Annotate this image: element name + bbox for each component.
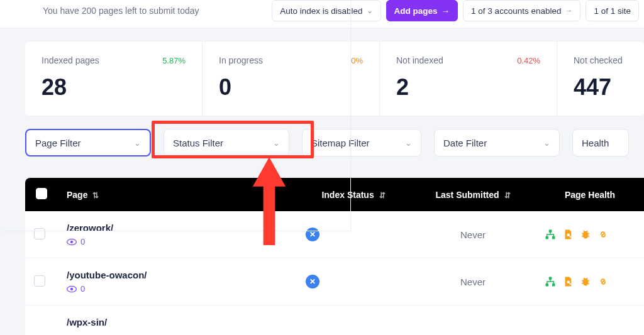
eye-icon (67, 285, 77, 293)
stat-percent: 0% (351, 56, 363, 65)
stat-card-notchecked[interactable]: Not checked 447 (557, 41, 644, 116)
chevron-down-icon: ⌄ (134, 138, 141, 148)
stats-row: Indexed pages 5.87% 28 In progress 0% 0 … (25, 41, 644, 116)
add-pages-button[interactable]: Add pages → (386, 0, 458, 21)
bug-icon[interactable] (580, 276, 591, 287)
col-index[interactable]: Index Status (321, 190, 374, 200)
stat-value: 2 (396, 74, 540, 101)
stat-card-progress[interactable]: In progress 0% 0 (203, 41, 380, 116)
pages-table: Page ⇅ Index Status ⇵ Last Submitted ⇵ P… (25, 178, 644, 335)
sites-button[interactable]: 1 of 1 site (586, 0, 639, 21)
accounts-label: 1 of 3 accounts enabled (471, 6, 561, 16)
health-filter[interactable]: Health (572, 129, 629, 157)
arrow-right-icon: → (565, 6, 572, 15)
svg-point-2 (70, 240, 73, 243)
sort-icon[interactable]: ⇵ (502, 191, 511, 200)
col-page[interactable]: Page (67, 190, 87, 200)
stat-value: 0 (219, 74, 363, 101)
bug-icon[interactable] (580, 229, 591, 240)
sitemap-icon[interactable] (545, 276, 556, 287)
col-health[interactable]: Page Health (565, 190, 615, 200)
row-checkbox[interactable] (34, 228, 45, 239)
page-path[interactable]: /zerowork/ (67, 222, 288, 233)
page-filter[interactable]: Page Filter ⌄ (25, 129, 151, 157)
chevron-down-icon: ⌄ (405, 138, 412, 148)
select-all-checkbox[interactable] (36, 188, 47, 199)
quota-text: You have 200 pages left to submit today (43, 6, 272, 16)
table-row: /wpx-sin/ (25, 305, 644, 336)
add-pages-label: Add pages (394, 6, 438, 16)
stat-percent: 0.42% (517, 56, 540, 65)
sitemap-icon[interactable] (545, 229, 556, 240)
page-path[interactable]: /wpx-sin/ (67, 317, 288, 327)
row-checkbox[interactable] (34, 275, 45, 287)
stat-label: Indexed pages (42, 55, 99, 65)
file-search-icon[interactable] (562, 276, 574, 287)
svg-rect-11 (546, 283, 549, 287)
file-search-icon[interactable] (562, 229, 574, 240)
status-error-icon[interactable]: ✕ (306, 275, 319, 288)
page-meta: 0 (67, 237, 288, 246)
top-buttons: Auto index is disabled ⌄ Add pages → 1 o… (272, 0, 639, 21)
svg-point-13 (567, 281, 570, 284)
sort-icon[interactable]: ⇵ (377, 191, 386, 200)
svg-rect-10 (549, 277, 552, 280)
sites-label: 1 of 1 site (594, 6, 631, 16)
svg-rect-3 (549, 230, 552, 233)
table-row: /youtube-owacon/ 0 ✕ Never (25, 258, 644, 305)
stat-percent: 5.87% (162, 56, 186, 65)
last-submitted: Never (410, 211, 536, 258)
svg-rect-5 (552, 236, 555, 239)
health-icons (545, 276, 635, 287)
stat-value: 447 (574, 74, 644, 101)
auto-index-label: Auto index is disabled (280, 6, 362, 16)
stat-label: Not indexed (396, 55, 443, 65)
last-submitted: Never (410, 258, 536, 305)
link-icon[interactable] (597, 276, 609, 287)
chevron-down-icon: ⌄ (543, 138, 550, 148)
link-icon[interactable] (597, 229, 609, 240)
svg-rect-12 (552, 283, 555, 287)
svg-point-9 (70, 287, 73, 290)
stat-label: In progress (219, 55, 263, 65)
page-views: 0 (80, 284, 85, 294)
chevron-down-icon: ⌄ (273, 138, 280, 148)
table-row: /zerowork/ 0 ✕ Never (25, 211, 644, 258)
svg-point-14 (583, 278, 589, 286)
health-icons (545, 229, 635, 240)
filter-label: Date Filter (443, 138, 487, 148)
date-filter[interactable]: Date Filter ⌄ (434, 129, 560, 157)
filter-label: Health (582, 138, 609, 148)
sort-icon[interactable]: ⇅ (90, 191, 99, 200)
svg-point-6 (567, 234, 570, 237)
status-error-icon[interactable]: ✕ (306, 228, 319, 241)
stat-card-notindexed[interactable]: Not indexed 0.42% 2 (380, 41, 557, 116)
stat-card-indexed[interactable]: Indexed pages 5.87% 28 (25, 41, 203, 116)
filter-row: Page Filter ⌄ Status Filter ⌄ Sitemap Fi… (0, 129, 644, 157)
filter-label: Page Filter (35, 138, 81, 148)
stat-label: Not checked (574, 55, 623, 65)
svg-point-7 (583, 231, 589, 239)
eye-icon (67, 238, 77, 246)
accounts-button[interactable]: 1 of 3 accounts enabled → (463, 0, 580, 21)
col-last[interactable]: Last Submitted (435, 190, 499, 200)
top-bar: You have 200 pages left to submit today … (0, 0, 644, 28)
status-filter[interactable]: Status Filter ⌄ (164, 129, 289, 157)
filter-label: Status Filter (173, 138, 223, 148)
page-meta: 0 (67, 284, 288, 294)
auto-index-toggle[interactable]: Auto index is disabled ⌄ (272, 0, 380, 21)
page-path[interactable]: /youtube-owacon/ (67, 270, 288, 280)
chevron-down-icon: ⌄ (367, 6, 373, 15)
stat-value: 28 (42, 74, 186, 101)
filter-label: Sitemap Filter (311, 138, 370, 148)
page-views: 0 (80, 237, 85, 246)
sitemap-filter[interactable]: Sitemap Filter ⌄ (302, 129, 421, 157)
svg-rect-4 (546, 236, 549, 239)
arrow-right-icon: → (441, 6, 450, 16)
table-header: Page ⇅ Index Status ⇵ Last Submitted ⇵ P… (25, 178, 644, 211)
